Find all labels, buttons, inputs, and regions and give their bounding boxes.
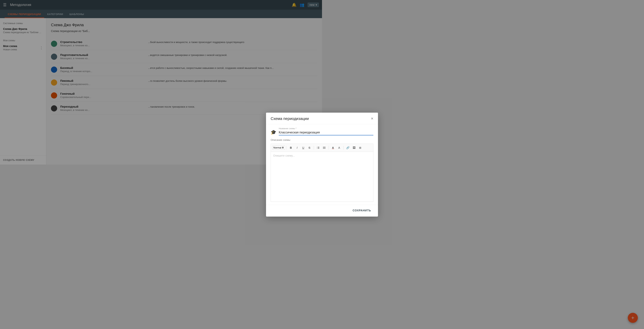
dialog-header: Схема периодизации × xyxy=(266,113,322,124)
name-field-group: 🎓 Название схемы * xyxy=(271,127,322,135)
strikethrough-button[interactable]: S xyxy=(307,145,312,150)
format-select-chevron: ⬍ xyxy=(282,146,284,149)
dialog-overlay[interactable]: Схема периодизации × 🎓 Название схемы * … xyxy=(0,0,322,164)
toolbar-separator-1 xyxy=(286,146,287,150)
toolbar-separator-2 xyxy=(314,146,314,150)
name-field-inner: Название схемы * xyxy=(279,127,322,135)
dialog-title: Схема периодизации xyxy=(271,116,309,121)
ordered-list-button[interactable]: 123 xyxy=(316,145,321,150)
name-field-label: Название схемы * xyxy=(279,127,322,130)
desc-section-label: Описание схемы xyxy=(271,138,322,142)
schema-icon: 🎓 xyxy=(271,130,276,135)
periodization-dialog: Схема периодизации × 🎓 Название схемы * … xyxy=(266,113,322,165)
name-field-input[interactable] xyxy=(279,130,322,135)
format-select-label: Normal xyxy=(273,146,282,149)
underline-button[interactable]: U xyxy=(300,145,306,150)
bold-button[interactable]: B xyxy=(288,145,294,150)
format-select[interactable]: Normal ⬍ xyxy=(272,146,285,150)
editor-placeholder: Опишите схему... xyxy=(273,154,295,157)
editor-area[interactable]: Опишите схему... xyxy=(271,152,322,165)
editor-toolbar: Normal ⬍ B I U S 123 A xyxy=(271,144,322,152)
italic-button[interactable]: I xyxy=(294,145,300,150)
svg-text:3: 3 xyxy=(317,148,317,149)
unordered-list-button[interactable] xyxy=(322,145,322,150)
dialog-body: 🎓 Название схемы * Описание схемы Normal… xyxy=(266,124,322,165)
